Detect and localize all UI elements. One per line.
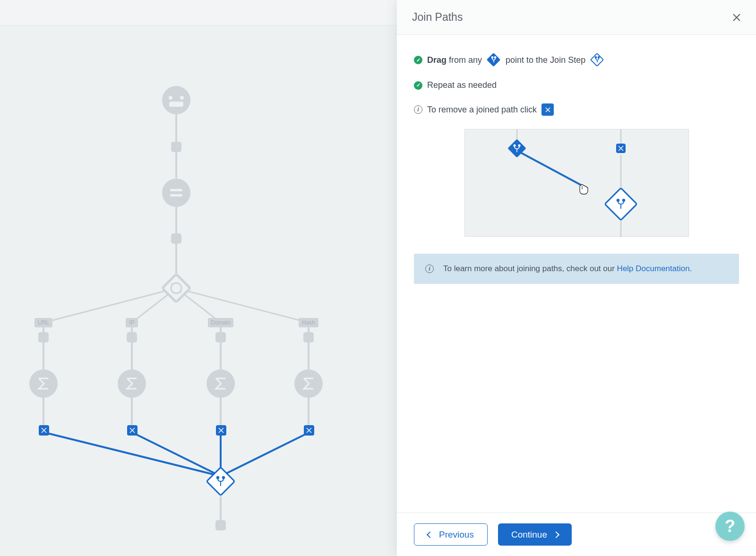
help-callout: To learn more about joining paths, check… [414, 254, 739, 284]
instruction-remove-text: To remove a joined path click [427, 105, 537, 115]
chevron-right-icon [553, 531, 559, 538]
workflow-canvas[interactable]: URL IP Domain Hash [0, 0, 397, 556]
previous-button-label: Previous [439, 530, 474, 540]
help-fab-button[interactable]: ? [715, 512, 745, 541]
fork-point-icon [487, 53, 501, 67]
previous-button[interactable]: Previous [414, 523, 488, 546]
svg-rect-31 [127, 332, 137, 342]
svg-point-52 [494, 57, 496, 58]
join-paths-panel: Join Paths Drag from any point to the Jo… [397, 0, 756, 556]
instruction-drag-text-pre: from any [447, 55, 482, 65]
instruction-drag-bold: Drag [427, 55, 447, 65]
svg-rect-23 [171, 233, 181, 244]
svg-point-54 [595, 57, 597, 58]
svg-rect-21 [170, 189, 182, 191]
svg-line-5 [176, 288, 309, 323]
svg-rect-24 [162, 274, 190, 302]
check-icon [414, 56, 422, 64]
panel-title: Join Paths [412, 11, 463, 24]
chevron-left-icon [427, 531, 433, 538]
svg-text:URL: URL [38, 319, 49, 326]
example-illustration [464, 129, 689, 237]
svg-point-68 [617, 199, 619, 201]
svg-point-63 [514, 145, 515, 146]
svg-point-20 [162, 179, 190, 207]
check-icon [414, 81, 422, 90]
svg-point-17 [180, 96, 184, 100]
svg-text:IP: IP [129, 319, 134, 326]
svg-point-16 [169, 96, 172, 100]
svg-point-48 [223, 477, 224, 479]
svg-line-13 [221, 433, 309, 476]
close-button[interactable] [730, 11, 743, 24]
svg-text:Domain: Domain [211, 319, 230, 326]
svg-point-64 [518, 145, 520, 146]
cursor-icon [580, 185, 588, 194]
continue-button[interactable]: Continue [498, 523, 572, 546]
instruction-remove: To remove a joined path click [414, 103, 739, 116]
svg-rect-50 [215, 520, 226, 530]
instruction-drag-text-post: point to the Join Step [506, 55, 585, 65]
workflow-diagram: URL IP Domain Hash [0, 0, 397, 556]
help-documentation-link[interactable]: Help Documentation [617, 264, 690, 273]
panel-header: Join Paths [397, 0, 756, 35]
svg-line-61 [520, 152, 583, 186]
svg-line-2 [43, 288, 176, 323]
remove-path-icon [541, 103, 554, 116]
svg-point-15 [162, 86, 190, 114]
instruction-repeat-text: Repeat as needed [427, 80, 497, 90]
svg-point-55 [598, 57, 600, 58]
question-icon: ? [725, 516, 735, 536]
svg-rect-19 [171, 142, 181, 152]
panel-footer: Previous Continue [397, 513, 756, 556]
svg-rect-22 [170, 194, 182, 197]
svg-rect-34 [215, 332, 226, 342]
info-icon [425, 265, 434, 273]
svg-line-10 [45, 433, 221, 476]
panel-body: Drag from any point to the Join Step Rep… [397, 35, 756, 513]
help-text-post: . [690, 264, 692, 273]
svg-line-11 [133, 433, 221, 476]
svg-rect-37 [303, 332, 314, 342]
info-icon [414, 105, 422, 114]
svg-point-51 [491, 57, 493, 58]
svg-text:Hash: Hash [302, 319, 315, 326]
instruction-drag: Drag from any point to the Join Step [414, 53, 739, 67]
instruction-repeat: Repeat as needed [414, 80, 739, 90]
continue-button-label: Continue [511, 530, 547, 540]
svg-rect-28 [38, 332, 49, 342]
svg-point-69 [622, 199, 624, 201]
help-text-pre: To learn more about joining paths, check… [443, 264, 617, 273]
join-step-icon [590, 53, 604, 67]
close-icon [732, 13, 741, 22]
svg-point-47 [217, 477, 219, 479]
svg-rect-18 [169, 102, 183, 107]
